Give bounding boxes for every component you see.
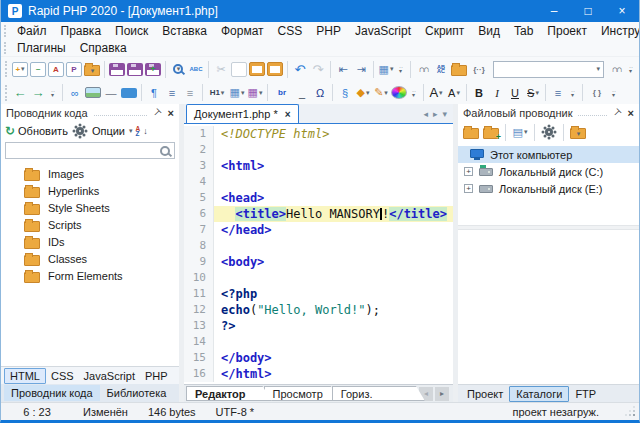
editor-tab-document1[interactable]: Документ1.php * × xyxy=(186,104,299,123)
tab-scroll-left-icon[interactable]: ◂ xyxy=(423,109,428,119)
menu-формат[interactable]: Формат xyxy=(214,24,271,38)
tab-ftp[interactable]: FTP xyxy=(569,387,602,401)
insert-comment-icon[interactable] xyxy=(121,88,137,98)
tree-item-ids[interactable]: IDs xyxy=(1,233,179,250)
redo-icon[interactable]: ↷ xyxy=(310,61,326,77)
tree-item-images[interactable]: Images xyxy=(1,165,179,182)
insert-nbsp-icon[interactable]: _ xyxy=(294,85,310,101)
close-icon[interactable]: × xyxy=(168,107,174,119)
new-document-icon[interactable]: +▾ xyxy=(12,62,28,77)
tab-просмотр[interactable]: Просмотр xyxy=(264,386,340,401)
save-all-icon[interactable] xyxy=(127,63,143,76)
font-increase-icon[interactable]: A▾ xyxy=(428,85,444,101)
insert-script-icon[interactable]: § xyxy=(337,85,353,101)
save-as-icon[interactable]: + xyxy=(145,63,161,76)
paragraph-marks-icon[interactable]: ¶ xyxy=(146,85,162,101)
menu-инструменты[interactable]: Инструменты xyxy=(594,24,640,38)
italic-icon[interactable]: I xyxy=(489,85,505,101)
expand-icon[interactable]: + xyxy=(464,167,473,176)
maximize-button[interactable]: □ xyxy=(571,0,605,22)
fe-view-mode-icon[interactable]: ▤▾ xyxy=(512,124,528,140)
code-snippets-icon[interactable]: {··} xyxy=(469,61,489,77)
copy-icon[interactable] xyxy=(231,62,247,77)
options-button[interactable]: Опции xyxy=(92,125,125,137)
cut-icon[interactable]: ✂ xyxy=(213,61,229,77)
tab-javascript[interactable]: JavaScript xyxy=(79,369,140,383)
tab-каталоги[interactable]: Каталоги xyxy=(509,386,569,402)
tab-редактор-кода[interactable]: Редактор кода xyxy=(186,386,272,401)
fe-new-folder-icon[interactable]: + xyxy=(483,128,499,139)
insert-br-icon[interactable]: br xyxy=(272,85,292,101)
insert-tag-icon[interactable]: ◆▾ xyxy=(355,85,371,101)
sort-icon[interactable]: A Z xyxy=(136,126,141,136)
find-in-files-icon[interactable]: ∩∩ xyxy=(415,61,431,77)
insert-image-icon[interactable] xyxy=(85,87,101,98)
menu-правка[interactable]: Правка xyxy=(54,24,109,38)
menu-css[interactable]: CSS xyxy=(271,24,310,38)
replace-icon[interactable]: AB AC xyxy=(433,61,449,77)
menu-поиск[interactable]: Поиск xyxy=(108,24,155,38)
menu-вид[interactable]: Вид xyxy=(471,24,507,38)
undo-icon[interactable]: ↶ xyxy=(292,61,308,77)
toolbar-overflow-2-icon[interactable]: ·· ▾ xyxy=(626,61,636,77)
menu-проект[interactable]: Проект xyxy=(540,24,594,38)
tab-проводник-кода[interactable]: Проводник кода xyxy=(4,385,100,401)
font-decrease-icon[interactable]: A▾ xyxy=(446,85,462,101)
tree-item-style-sheets[interactable]: Style Sheets xyxy=(1,199,179,216)
search-selected-icon[interactable]: ∩∩ xyxy=(608,61,624,77)
menu-справка[interactable]: Справка xyxy=(73,41,134,55)
paste-icon[interactable] xyxy=(249,62,265,76)
file-tree-item-этот-компьютер[interactable]: Этот компьютер xyxy=(458,146,639,163)
tab-scroll-right-icon[interactable]: ▸ xyxy=(433,109,438,119)
new-from-template-icon[interactable]: ~ xyxy=(30,62,46,77)
expand-icon[interactable]: + xyxy=(464,184,473,193)
quick-search-combobox[interactable]: ▾ xyxy=(493,61,604,78)
navigate-forward-icon[interactable]: → xyxy=(30,85,46,101)
insert-hr-icon[interactable]: — xyxy=(103,85,119,101)
fe-open-folder-icon[interactable] xyxy=(463,128,479,139)
gear-icon[interactable] xyxy=(72,123,88,139)
menu-плагины[interactable]: Плагины xyxy=(10,41,73,55)
toolbar-overflow-6-icon[interactable]: ·· ▾ xyxy=(609,85,619,101)
menu-javascript[interactable]: JavaScript xyxy=(348,24,418,38)
toolbar-overflow-5-icon[interactable]: ·· ▾ xyxy=(568,85,578,101)
indent-icon[interactable]: ⇥ xyxy=(353,61,369,77)
code-editor[interactable]: 1<!DOCTYPE html>23<html>45<head>6 <title… xyxy=(184,124,453,384)
tab-close-icon[interactable]: × xyxy=(285,109,291,120)
paste-special-icon[interactable] xyxy=(267,62,283,76)
heading-icon[interactable]: H1▾ xyxy=(207,85,227,101)
fe-favorites-icon[interactable]: ▾ xyxy=(570,128,586,139)
close-icon[interactable]: × xyxy=(628,107,634,119)
open-file-icon[interactable]: ▾ xyxy=(84,65,100,76)
toolbar-overflow-3-icon[interactable]: ·· ▾ xyxy=(48,85,58,101)
tab-гориз-разбиение[interactable]: Гориз. разбиение xyxy=(332,386,425,401)
resize-grip[interactable] xyxy=(625,406,637,418)
insert-table-icon[interactable]: ▦▾ xyxy=(229,85,245,101)
pin-icon[interactable]: ⊤ xyxy=(150,106,163,119)
bullet-list-icon[interactable]: ≡ xyxy=(164,85,180,101)
underline-icon[interactable]: U xyxy=(507,85,523,101)
insert-link-icon[interactable]: ∞ xyxy=(67,85,83,101)
tab-css[interactable]: CSS xyxy=(46,369,79,383)
unindent-icon[interactable]: ⇤ xyxy=(335,61,351,77)
fe-options-icon[interactable] xyxy=(541,124,557,140)
strikethrough-icon[interactable]: S▾ xyxy=(525,85,541,101)
new-text-document-icon[interactable]: A xyxy=(48,62,64,77)
tab-библиотека[interactable]: Библиотека xyxy=(100,385,174,401)
new-php-document-icon[interactable]: P xyxy=(66,62,82,77)
menu-вставка[interactable]: Вставка xyxy=(155,24,214,38)
menu-файл[interactable]: Файл xyxy=(10,24,54,38)
toolbar-overflow-1-icon[interactable]: ·· ▾ xyxy=(396,61,406,77)
toolbar-overflow-4-icon[interactable]: ·· ▾ xyxy=(409,85,419,101)
minimize-button[interactable]: – xyxy=(537,0,571,22)
toggle-panels-icon[interactable]: ▦▾ xyxy=(378,61,394,77)
menu-скрипт[interactable]: Скрипт xyxy=(418,24,471,38)
file-tree-item-локальный-диск-c[interactable]: +Локальный диск (C:) xyxy=(458,163,639,180)
search-input[interactable] xyxy=(6,144,156,157)
color-picker-icon[interactable] xyxy=(391,86,407,99)
insert-symbol-icon[interactable]: Ω xyxy=(312,85,328,101)
code-options-icon[interactable]: { } xyxy=(587,85,607,101)
pin-icon[interactable]: ⊤ xyxy=(610,106,623,119)
navigate-back-icon[interactable]: ← xyxy=(12,85,28,101)
tree-item-classes[interactable]: Classes xyxy=(1,250,179,267)
